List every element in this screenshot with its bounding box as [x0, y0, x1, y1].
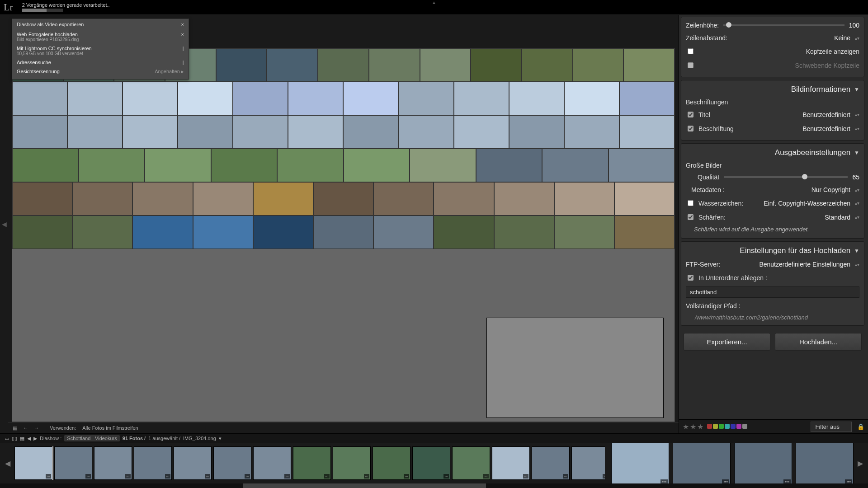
grid-thumbnail[interactable]: [193, 182, 253, 216]
quality-slider[interactable]: [724, 176, 848, 178]
grid-thumbnail[interactable]: [178, 82, 233, 115]
grid-thumbnail[interactable]: [509, 82, 564, 115]
panel-image-info-header[interactable]: Bildinformationen▼: [686, 82, 859, 97]
filmstrip-thumbnail[interactable]: ▫▫: [94, 446, 132, 480]
grid-thumbnail[interactable]: [12, 149, 79, 182]
strip-collection[interactable]: Schottland - Videokurs: [64, 435, 119, 441]
grid-thumbnail[interactable]: [522, 48, 573, 82]
grid-thumbnail[interactable]: [434, 182, 494, 216]
grid-thumbnail[interactable]: [554, 216, 614, 249]
grid-thumbnail[interactable]: [373, 216, 434, 249]
grid-thumbnail[interactable]: [72, 182, 132, 216]
grid-thumbnail[interactable]: [343, 82, 398, 115]
grid-thumbnail[interactable]: [313, 182, 373, 216]
grid-view-icon[interactable]: ▦: [13, 425, 17, 431]
filmstrip-thumbnail-large[interactable]: ▫▫▫: [796, 443, 854, 483]
view-mode-1-icon[interactable]: ▭: [5, 436, 9, 441]
filmstrip-thumbnail[interactable]: ▫▫: [452, 446, 490, 480]
task-action[interactable]: ||: [181, 46, 184, 51]
grid-icon[interactable]: ▦: [20, 436, 24, 441]
grid-thumbnail[interactable]: [619, 115, 675, 149]
grid-thumbnail[interactable]: [132, 216, 193, 249]
filmstrip-thumbnail[interactable]: ▫▫: [174, 446, 212, 480]
task-action[interactable]: ×: [181, 32, 184, 37]
subfolder-checkbox[interactable]: [688, 275, 693, 281]
grid-thumbnail[interactable]: [318, 48, 369, 82]
upload-button[interactable]: Hochladen...: [775, 333, 862, 351]
grid-thumbnail[interactable]: [614, 216, 675, 249]
grid-thumbnail[interactable]: [67, 82, 123, 115]
task-popover-close-icon[interactable]: ×: [181, 22, 184, 27]
grid-thumbnail[interactable]: [178, 115, 233, 149]
filmstrip-thumbnail[interactable]: ▫▫: [532, 446, 570, 480]
filmstrip-thumbnail[interactable]: ▫▫: [213, 446, 251, 480]
grid-thumbnail[interactable]: [123, 82, 178, 115]
grid-thumbnail[interactable]: [123, 115, 178, 149]
grid-thumbnail[interactable]: [471, 48, 522, 82]
grid-thumbnail[interactable]: [67, 115, 123, 149]
grid-thumbnail[interactable]: [494, 216, 554, 249]
title-checkbox[interactable]: [688, 112, 693, 117]
grid-thumbnail[interactable]: [542, 149, 609, 182]
grid-thumbnail[interactable]: [619, 82, 675, 115]
filmstrip-thumbnail[interactable]: ▫▫: [333, 446, 371, 480]
filmstrip-thumbnail[interactable]: ▫▫: [134, 446, 172, 480]
grid-thumbnail[interactable]: [343, 115, 398, 149]
grid-thumbnail[interactable]: [313, 216, 373, 249]
grid-thumbnail[interactable]: [193, 216, 253, 249]
filmstrip-thumbnail[interactable]: ▫▫: [412, 446, 450, 480]
grid-thumbnail[interactable]: [454, 82, 509, 115]
rating-filter[interactable]: ★★★: [683, 422, 704, 431]
caption-checkbox[interactable]: [688, 126, 693, 131]
grid-thumbnail[interactable]: [344, 149, 410, 182]
top-collapse-icon[interactable]: ▲: [432, 0, 436, 5]
filmstrip-thumbnail-large[interactable]: ▫▫▫: [611, 443, 669, 483]
ftp-select[interactable]: Benutzerdefinierte Einstellungen▴▾: [759, 261, 859, 268]
photo-grid[interactable]: [12, 48, 675, 422]
grid-thumbnail[interactable]: [211, 149, 278, 182]
grid-thumbnail[interactable]: [509, 115, 564, 149]
color-label-filter[interactable]: [707, 423, 748, 430]
grid-thumbnail[interactable]: [476, 149, 542, 182]
grid-thumbnail[interactable]: [267, 48, 318, 82]
grid-thumbnail[interactable]: [494, 182, 554, 216]
filmstrip-thumbnail[interactable]: ▫▫: [253, 446, 291, 480]
grid-thumbnail[interactable]: [12, 216, 72, 249]
filter-lock-icon[interactable]: 🔒: [857, 423, 864, 430]
grid-thumbnail[interactable]: [369, 48, 420, 82]
grid-thumbnail[interactable]: [399, 82, 454, 115]
grid-thumbnail[interactable]: [454, 115, 509, 149]
grid-thumbnail[interactable]: [609, 149, 675, 182]
grid-thumbnail[interactable]: [420, 48, 471, 82]
grid-thumbnail[interactable]: [434, 216, 494, 249]
row-height-slider[interactable]: [723, 24, 844, 26]
grid-thumbnail[interactable]: [288, 115, 343, 149]
title-select[interactable]: Benutzerdefiniert▴▾: [802, 111, 859, 118]
grid-thumbnail[interactable]: [623, 48, 675, 82]
grid-thumbnail[interactable]: [564, 115, 619, 149]
processing-status[interactable]: 2 Vorgänge werden gerade verarbeitet..: [22, 2, 110, 12]
sharpen-checkbox[interactable]: [688, 214, 693, 220]
filmstrip-thumbnail[interactable]: ▫▫: [54, 446, 92, 480]
grid-thumbnail[interactable]: [12, 82, 67, 115]
watermark-checkbox[interactable]: [688, 200, 693, 206]
grid-thumbnail[interactable]: [373, 182, 434, 216]
export-button[interactable]: Exportieren...: [684, 333, 770, 351]
task-action[interactable]: ||: [181, 60, 184, 65]
sharpen-select[interactable]: Standard▴▾: [825, 214, 859, 221]
filmstrip-scrollbar[interactable]: [0, 483, 868, 488]
panel-output-header[interactable]: Ausgabeeinstellungen▼: [686, 145, 859, 160]
strip-scroll-right[interactable]: ▶: [855, 459, 865, 468]
view-mode-2-icon[interactable]: ▯▯: [12, 436, 17, 441]
show-header-checkbox[interactable]: [688, 48, 693, 54]
filmstrip-thumbnail[interactable]: ▫▫: [492, 446, 530, 480]
grid-thumbnail[interactable]: [253, 216, 313, 249]
nav-prev-icon[interactable]: ←: [23, 425, 28, 431]
grid-thumbnail[interactable]: [79, 149, 145, 182]
left-panel-toggle-icon[interactable]: ◀: [2, 221, 7, 228]
caption-select[interactable]: Benutzerdefiniert▴▾: [802, 125, 859, 132]
grid-thumbnail[interactable]: [288, 82, 343, 115]
filmstrip-thumbnail[interactable]: ▫▫: [571, 446, 605, 480]
nav-next-icon[interactable]: →: [34, 425, 39, 431]
grid-thumbnail[interactable]: [72, 216, 132, 249]
